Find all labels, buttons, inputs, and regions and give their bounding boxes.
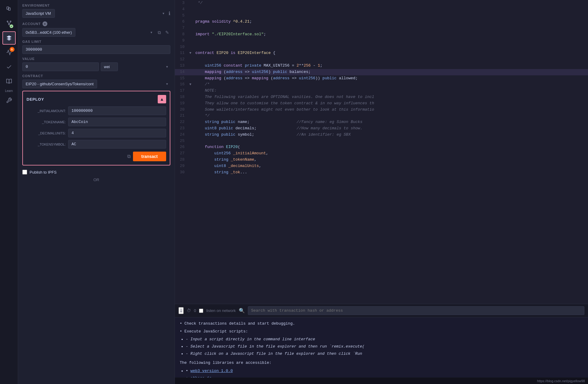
unit-select[interactable]: weigweifinneyether [101,62,118,71]
search-icon-button[interactable]: 🔍 [239,308,245,313]
unit-select-wrapper: weigweifinneyether [101,62,171,71]
svg-line-5 [8,22,9,24]
list-item: - Right click on a Javascript file in th… [186,351,583,357]
table-row: 29 uint8 _decimalUnits, [175,163,588,169]
svg-point-3 [10,21,11,22]
table-row: 10 [175,44,588,50]
svg-point-2 [7,21,8,22]
sidebar-icon-group-analytics: 5 [2,46,16,59]
environment-select-wrapper: JavaScript VM Injected Web3 Web3 Provide… [22,9,167,18]
table-row: 30 string _tok... [175,169,588,176]
table-row: 19 They allow one to customise the token… [175,100,588,107]
value-input[interactable]: 0 [22,62,99,71]
terminal-line: • Check transactions details and start d… [180,320,583,327]
account-row: 0x5B3...eddC4 (100 ether) ⧉ ✎ [22,28,170,37]
environment-select[interactable]: JavaScript VM Injected Web3 Web3 Provide… [22,9,55,18]
svg-line-6 [9,22,11,24]
status-bar: https://blog.csdn.net/pigyellow98 [175,377,588,384]
account-select[interactable]: 0x5B3...eddC4 (100 ether) [22,28,75,37]
listen-label: listen on network [206,308,236,313]
table-row: 24 string public symbol; //An identifier… [175,132,588,138]
initial-amount-input[interactable]: 100000000 [68,106,166,115]
learn-label: Learn [5,89,13,93]
transact-button[interactable]: transact [133,152,166,161]
table-row: 13 uint256 constant private MAX_UINT256 … [175,63,588,69]
terminal-area[interactable]: • Check transactions details and start d… [175,317,588,377]
table-row: 15 mapping (address => mapping (address … [175,75,588,82]
deploy-header: DEPLOY ▲ [27,95,166,103]
token-name-field: _TOKENNAME: AbcCoin [27,118,166,126]
copy-deploy-button[interactable]: ⧉ [127,154,131,159]
web3-link[interactable]: web3 version 1.0.0 [191,369,233,373]
token-name-input[interactable]: AbcCoin [68,118,166,126]
deploy-title: DEPLOY [27,97,44,102]
table-row: 11 ▼ contract EIP20 is EIP20Interface { [175,50,588,56]
edit-account-button[interactable]: ✎ [164,29,170,36]
token-symbol-field: _TOKENSYMBOL: AC [27,140,166,149]
initial-amount-field: _INITIALAMOUNT: 100000000 [27,106,166,115]
table-row: 4 [175,6,588,13]
table-row: 17 NOTE: [175,88,588,94]
editor-area: 3 */ 4 5 6 pragma solidity ^0.4.21; [175,0,588,384]
sidebar-icon-plugin[interactable] [2,94,16,107]
list-item: • ethers.js [186,375,583,377]
contract-select[interactable]: EIP20 - github/ConsenSys/Tokens/cont [22,80,97,88]
terminal-line: The following libraries are accessible: [180,360,583,366]
code-container[interactable]: 3 */ 4 5 6 pragma solidity ^0.4.21; [175,0,588,304]
token-symbol-input[interactable]: AC [68,140,166,149]
sidebar-icon-files[interactable] [2,2,16,16]
timer-icon: ⏱ [187,308,191,313]
initial-amount-label: _INITIALAMOUNT: [27,109,66,113]
bottom-bar: ⇓ ⏱ 0 listen on network 🔍 [175,304,588,317]
table-row: 22 string public name; //fancy name: eg … [175,119,588,125]
contract-label: CONTRACT [22,74,170,78]
gas-limit-label: GAS LIMIT [22,40,170,43]
environment-row: JavaScript VM Injected Web3 Web3 Provide… [22,9,170,18]
sidebar-icon-group-deploy [2,31,16,45]
svg-point-4 [8,24,9,25]
table-row: 8 import "./EIP20Interface.sol"; [175,31,588,38]
token-name-label: _TOKENNAME: [27,120,66,124]
sidebar-icon-analytics[interactable]: 5 [2,46,16,59]
expand-arrow-button[interactable]: ⇓ [179,307,184,314]
table-row: 14 mapping (address => uint256) public b… [175,69,588,75]
deploy-collapse-button[interactable]: ▲ [158,95,166,103]
sidebar-icon-group-learn: Learn [2,75,16,93]
add-account-icon[interactable]: + [43,21,47,26]
table-row: 27 uint256 _initialAmount, [175,150,588,157]
gas-limit-input[interactable]: 3000000 [22,45,170,54]
table-row: 6 pragma solidity ^0.4.21; [175,19,588,25]
deploy-box: DEPLOY ▲ _INITIALAMOUNT: 100000000 _TOKE… [22,91,170,165]
table-row: 7 [175,25,588,31]
status-url: https://blog.csdn.net/pigyellow98 [537,379,585,383]
environment-label: ENVIRONMENT [22,4,170,7]
sidebar-icon-group-plugin [2,94,16,107]
search-input[interactable] [248,306,584,315]
sidebar-icon-verify[interactable] [2,60,16,74]
decimal-units-field: _DECIMALUNITS: 4 [27,129,166,137]
decimal-units-input[interactable]: 4 [68,129,166,137]
sidebar-icon-deploy[interactable] [2,31,16,45]
list-item: • web3 version 1.0.0 [186,368,583,374]
analytics-badge: 5 [10,47,14,52]
publish-ipfs-checkbox[interactable] [22,170,27,175]
code-table: 3 */ 4 5 6 pragma solidity ^0.4.21; [175,0,588,175]
table-row: 25 [175,138,588,144]
account-label: ACCOUNT [22,22,41,26]
copy-account-button[interactable]: ⧉ [156,29,162,36]
table-row: 23 uint8 public decimals; //How many dec… [175,125,588,132]
sidebar-icon-group-verify [2,60,16,74]
listen-network-checkbox[interactable] [199,309,203,313]
contract-select-wrapper: EIP20 - github/ConsenSys/Tokens/cont [22,80,170,88]
sidebar-icon-git[interactable] [2,17,16,30]
environment-info-icon[interactable]: ℹ [169,11,170,17]
account-section: ACCOUNT + [22,21,170,26]
sidebar-icon-group-git [2,17,16,30]
account-select-wrapper: 0x5B3...eddC4 (100 ether) [22,28,155,37]
table-row: 5 [175,13,588,19]
table-row: 3 */ [175,0,588,6]
table-row: 18 The following variables are OPTIONAL … [175,94,588,100]
table-row: 12 [175,56,588,63]
table-row: 20 Some wallets/interfaces might not eve… [175,107,588,113]
sidebar-icon-learn[interactable] [2,75,16,88]
